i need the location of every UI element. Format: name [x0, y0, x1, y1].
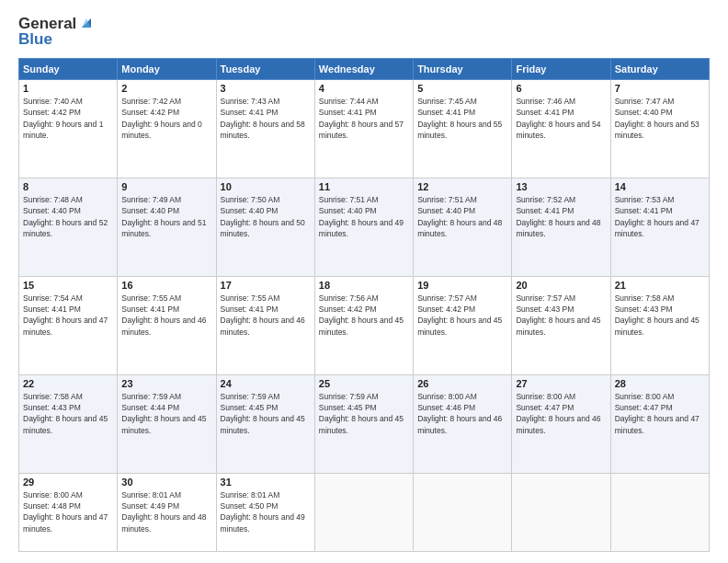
day-cell: 30Sunrise: 8:01 AMSunset: 4:49 PMDayligh…	[118, 473, 216, 551]
header-day-tuesday: Tuesday	[216, 59, 314, 80]
day-number: 26	[417, 378, 507, 389]
day-info: Sunrise: 7:51 AMSunset: 4:40 PMDaylight:…	[417, 195, 502, 238]
day-info: Sunrise: 7:45 AMSunset: 4:41 PMDaylight:…	[417, 97, 502, 140]
logo: General Blue	[18, 15, 95, 49]
day-info: Sunrise: 8:00 AMSunset: 4:46 PMDaylight:…	[417, 392, 502, 435]
day-number: 12	[417, 181, 507, 192]
day-number: 3	[221, 83, 311, 94]
day-info: Sunrise: 7:47 AMSunset: 4:40 PMDaylight:…	[615, 97, 700, 140]
day-number: 23	[121, 378, 211, 389]
day-info: Sunrise: 7:57 AMSunset: 4:42 PMDaylight:…	[417, 293, 502, 337]
day-number: 7	[615, 83, 705, 94]
day-cell: 19Sunrise: 7:57 AMSunset: 4:42 PMDayligh…	[414, 276, 512, 374]
day-info: Sunrise: 7:59 AMSunset: 4:45 PMDaylight:…	[319, 392, 404, 435]
day-number: 24	[221, 378, 311, 389]
day-info: Sunrise: 8:01 AMSunset: 4:49 PMDaylight:…	[121, 490, 206, 534]
header-day-thursday: Thursday	[414, 59, 512, 80]
day-cell: 26Sunrise: 8:00 AMSunset: 4:46 PMDayligh…	[414, 374, 512, 473]
day-number: 11	[319, 181, 409, 192]
week-row-1: 1Sunrise: 7:40 AMSunset: 4:42 PMDaylight…	[19, 80, 710, 178]
day-info: Sunrise: 7:55 AMSunset: 4:41 PMDaylight:…	[221, 293, 305, 337]
day-cell: 7Sunrise: 7:47 AMSunset: 4:40 PMDaylight…	[610, 80, 709, 178]
day-cell: 28Sunrise: 8:00 AMSunset: 4:47 PMDayligh…	[610, 374, 709, 473]
day-cell: 5Sunrise: 7:45 AMSunset: 4:41 PMDaylight…	[414, 80, 512, 178]
day-info: Sunrise: 7:50 AMSunset: 4:40 PMDaylight:…	[221, 195, 305, 238]
day-cell: 22Sunrise: 7:58 AMSunset: 4:43 PMDayligh…	[19, 374, 118, 473]
day-info: Sunrise: 8:00 AMSunset: 4:47 PMDaylight:…	[615, 392, 700, 435]
day-number: 19	[417, 280, 507, 291]
day-cell: 6Sunrise: 7:46 AMSunset: 4:41 PMDaylight…	[512, 80, 610, 178]
header-day-wednesday: Wednesday	[314, 59, 413, 80]
day-info: Sunrise: 7:44 AMSunset: 4:41 PMDaylight:…	[319, 97, 404, 140]
calendar-header: SundayMondayTuesdayWednesdayThursdayFrid…	[19, 59, 710, 80]
day-info: Sunrise: 7:59 AMSunset: 4:45 PMDaylight:…	[221, 392, 305, 435]
day-cell: 4Sunrise: 7:44 AMSunset: 4:41 PMDaylight…	[314, 80, 413, 178]
day-cell: 2Sunrise: 7:42 AMSunset: 4:42 PMDaylight…	[118, 80, 216, 178]
page: General Blue SundayMondayTuesdayWednesda…	[0, 0, 728, 563]
day-cell: 31Sunrise: 8:01 AMSunset: 4:50 PMDayligh…	[216, 473, 314, 551]
day-number: 22	[23, 378, 113, 389]
day-cell: 8Sunrise: 7:48 AMSunset: 4:40 PMDaylight…	[19, 178, 118, 276]
day-cell: 24Sunrise: 7:59 AMSunset: 4:45 PMDayligh…	[216, 374, 314, 473]
week-row-3: 15Sunrise: 7:54 AMSunset: 4:41 PMDayligh…	[19, 276, 710, 374]
day-info: Sunrise: 7:48 AMSunset: 4:40 PMDaylight:…	[23, 195, 108, 238]
day-info: Sunrise: 7:52 AMSunset: 4:41 PMDaylight:…	[516, 195, 600, 238]
day-info: Sunrise: 7:55 AMSunset: 4:41 PMDaylight:…	[121, 293, 206, 337]
day-number: 25	[319, 378, 409, 389]
day-number: 9	[121, 181, 211, 192]
day-cell: 20Sunrise: 7:57 AMSunset: 4:43 PMDayligh…	[512, 276, 610, 374]
day-cell: 18Sunrise: 7:56 AMSunset: 4:42 PMDayligh…	[314, 276, 413, 374]
day-info: Sunrise: 7:43 AMSunset: 4:41 PMDaylight:…	[221, 97, 305, 140]
week-row-5: 29Sunrise: 8:00 AMSunset: 4:48 PMDayligh…	[19, 473, 710, 551]
header: General Blue	[18, 15, 710, 49]
day-info: Sunrise: 7:42 AMSunset: 4:42 PMDaylight:…	[121, 97, 201, 140]
day-info: Sunrise: 8:00 AMSunset: 4:47 PMDaylight:…	[516, 392, 600, 435]
day-number: 29	[23, 477, 113, 488]
header-day-saturday: Saturday	[610, 59, 709, 80]
day-number: 4	[319, 83, 409, 94]
day-info: Sunrise: 7:57 AMSunset: 4:43 PMDaylight:…	[516, 293, 600, 337]
calendar-body: 1Sunrise: 7:40 AMSunset: 4:42 PMDaylight…	[19, 80, 710, 552]
header-row: SundayMondayTuesdayWednesdayThursdayFrid…	[19, 59, 710, 80]
day-number: 31	[221, 477, 311, 488]
week-row-2: 8Sunrise: 7:48 AMSunset: 4:40 PMDaylight…	[19, 178, 710, 276]
day-cell: 23Sunrise: 7:59 AMSunset: 4:44 PMDayligh…	[118, 374, 216, 473]
day-number: 5	[417, 83, 507, 94]
day-cell: 21Sunrise: 7:58 AMSunset: 4:43 PMDayligh…	[610, 276, 709, 374]
logo-icon	[78, 15, 95, 31]
day-info: Sunrise: 7:53 AMSunset: 4:41 PMDaylight:…	[615, 195, 700, 238]
day-info: Sunrise: 7:46 AMSunset: 4:41 PMDaylight:…	[516, 97, 600, 140]
day-cell: 25Sunrise: 7:59 AMSunset: 4:45 PMDayligh…	[314, 374, 413, 473]
day-cell: 14Sunrise: 7:53 AMSunset: 4:41 PMDayligh…	[610, 178, 709, 276]
day-number: 8	[23, 181, 113, 192]
day-cell	[610, 473, 709, 551]
day-number: 13	[516, 181, 606, 192]
day-number: 15	[23, 280, 113, 291]
day-number: 17	[221, 280, 311, 291]
day-number: 27	[516, 378, 606, 389]
day-number: 14	[615, 181, 705, 192]
day-cell: 1Sunrise: 7:40 AMSunset: 4:42 PMDaylight…	[19, 80, 118, 178]
day-cell: 13Sunrise: 7:52 AMSunset: 4:41 PMDayligh…	[512, 178, 610, 276]
day-cell: 9Sunrise: 7:49 AMSunset: 4:40 PMDaylight…	[118, 178, 216, 276]
day-cell: 27Sunrise: 8:00 AMSunset: 4:47 PMDayligh…	[512, 374, 610, 473]
day-number: 30	[121, 477, 211, 488]
day-info: Sunrise: 7:54 AMSunset: 4:41 PMDaylight:…	[23, 293, 108, 337]
day-number: 10	[221, 181, 311, 192]
day-info: Sunrise: 7:58 AMSunset: 4:43 PMDaylight:…	[615, 293, 700, 337]
day-info: Sunrise: 7:49 AMSunset: 4:40 PMDaylight:…	[121, 195, 206, 238]
day-number: 20	[516, 280, 606, 291]
day-number: 16	[121, 280, 211, 291]
day-info: Sunrise: 7:58 AMSunset: 4:43 PMDaylight:…	[23, 392, 108, 435]
day-cell	[512, 473, 610, 551]
day-number: 21	[615, 280, 705, 291]
day-number: 18	[319, 280, 409, 291]
header-day-sunday: Sunday	[19, 59, 118, 80]
header-day-monday: Monday	[118, 59, 216, 80]
day-info: Sunrise: 7:59 AMSunset: 4:44 PMDaylight:…	[121, 392, 206, 435]
day-cell: 11Sunrise: 7:51 AMSunset: 4:40 PMDayligh…	[314, 178, 413, 276]
day-cell	[314, 473, 413, 551]
header-day-friday: Friday	[512, 59, 610, 80]
day-cell: 17Sunrise: 7:55 AMSunset: 4:41 PMDayligh…	[216, 276, 314, 374]
day-cell: 16Sunrise: 7:55 AMSunset: 4:41 PMDayligh…	[118, 276, 216, 374]
